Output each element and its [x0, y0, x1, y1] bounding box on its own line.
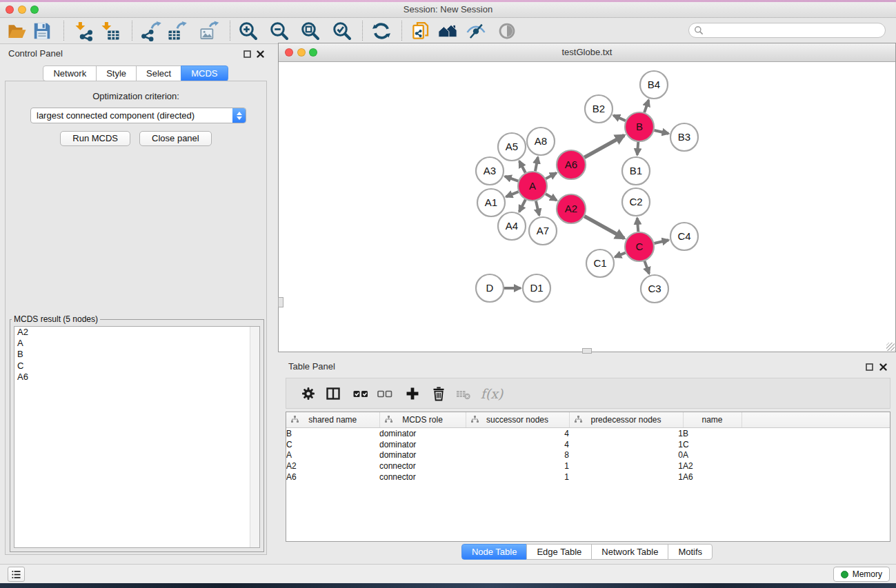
- tab-network[interactable]: Network: [43, 65, 97, 81]
- tab-style[interactable]: Style: [96, 65, 137, 81]
- graph-edge-B-B2[interactable]: [613, 115, 625, 121]
- result-item[interactable]: A2: [14, 327, 259, 338]
- cell-shared-name[interactable]: A6: [286, 472, 379, 483]
- split-table-button[interactable]: [323, 383, 344, 404]
- save-session-button[interactable]: [30, 19, 54, 42]
- table-tab-network-table[interactable]: Network Table: [591, 544, 668, 560]
- graph-edge-A-A7[interactable]: [536, 201, 539, 215]
- graph-edge-A-A4[interactable]: [519, 200, 526, 212]
- tab-mcds[interactable]: MCDS: [181, 65, 228, 81]
- cell-name[interactable]: A: [683, 449, 741, 460]
- search-field[interactable]: [688, 23, 886, 38]
- graph-edge-A-A6[interactable]: [546, 173, 556, 179]
- graph-edge-A2-C[interactable]: [584, 216, 624, 239]
- cell-name[interactable]: B: [683, 428, 741, 439]
- search-input[interactable]: [706, 25, 885, 36]
- table-row[interactable]: A6connector11A6: [286, 472, 890, 483]
- cell-shared-name[interactable]: A2: [286, 460, 379, 472]
- clone-network-button[interactable]: [409, 19, 432, 42]
- graph-edge-A-A1[interactable]: [506, 192, 519, 196]
- import-table-button[interactable]: [99, 19, 122, 42]
- column-header-successor-nodes[interactable]: successor nodes: [466, 412, 569, 428]
- window-resize-grip[interactable]: [886, 343, 895, 351]
- graph-edge-C-C2[interactable]: [637, 218, 639, 232]
- cell-name[interactable]: A2: [683, 460, 741, 472]
- cell-predecessor-nodes[interactable]: 1: [569, 472, 683, 483]
- result-list-scrollbar[interactable]: [250, 327, 259, 547]
- result-item[interactable]: B: [14, 349, 259, 360]
- export-network-button[interactable]: [140, 19, 163, 42]
- criterion-dropdown[interactable]: largest connected component (directed): [30, 108, 246, 123]
- column-header-shared-name[interactable]: shared name: [286, 412, 379, 428]
- column-header-name[interactable]: name: [683, 412, 741, 428]
- cell-name[interactable]: C: [683, 439, 741, 450]
- hide-annotations-button[interactable]: [464, 19, 488, 42]
- cell-name[interactable]: A6: [683, 472, 741, 483]
- column-header-predecessor-nodes[interactable]: predecessor nodes: [569, 412, 683, 428]
- delete-table-button[interactable]: [453, 383, 474, 404]
- table-row[interactable]: A2connector11A2: [286, 460, 890, 472]
- mcds-result-list[interactable]: A2ABCA6: [14, 326, 260, 548]
- splitter-grip-left[interactable]: [278, 297, 283, 307]
- result-item[interactable]: C: [14, 361, 259, 372]
- zoom-in-button[interactable]: [237, 19, 260, 42]
- cell-successor-nodes[interactable]: 1: [466, 460, 569, 472]
- float-table-panel-icon[interactable]: [865, 363, 874, 372]
- cell-predecessor-nodes[interactable]: 1: [569, 428, 683, 439]
- run-mcds-button[interactable]: Run MCDS: [60, 131, 130, 146]
- cell-mcds-role[interactable]: dominator: [379, 428, 466, 439]
- cell-predecessor-nodes[interactable]: 0: [569, 449, 683, 460]
- cell-successor-nodes[interactable]: 4: [466, 439, 569, 450]
- close-panel-icon[interactable]: [256, 50, 265, 59]
- graph-edge-A-A3[interactable]: [505, 176, 518, 181]
- graph-edge-A-A2[interactable]: [546, 194, 557, 200]
- cell-shared-name[interactable]: C: [286, 439, 379, 450]
- table-tab-edge-table[interactable]: Edge Table: [526, 544, 592, 560]
- column-header-mcds-role[interactable]: MCDS role: [379, 412, 466, 428]
- toggle-bird-view-button[interactable]: [495, 19, 519, 42]
- table-tab-motifs[interactable]: Motifs: [668, 544, 713, 560]
- create-column-button[interactable]: [402, 383, 423, 404]
- node-table[interactable]: shared nameMCDS rolesuccessor nodesprede…: [286, 412, 890, 482]
- export-table-button[interactable]: [166, 19, 189, 42]
- graph-edge-B-B3[interactable]: [654, 130, 668, 134]
- table-row[interactable]: Adominator80A: [286, 449, 890, 460]
- cell-successor-nodes[interactable]: 1: [466, 472, 569, 483]
- graph-edge-C-C4[interactable]: [654, 240, 668, 243]
- graph-edge-C-C3[interactable]: [644, 261, 649, 274]
- cell-mcds-role[interactable]: dominator: [379, 449, 466, 460]
- graph-edge-B-B4[interactable]: [644, 100, 648, 112]
- tab-select[interactable]: Select: [136, 65, 181, 81]
- export-image-button[interactable]: [197, 19, 221, 42]
- show-columns-button[interactable]: [350, 383, 371, 404]
- main-titlebar[interactable]: Session: New Session: [0, 2, 896, 18]
- table-tab-node-table[interactable]: Node Table: [461, 544, 528, 560]
- network-window-titlebar[interactable]: testGlobe.txt: [279, 43, 895, 62]
- table-row[interactable]: Bdominator41B: [286, 428, 890, 439]
- zoom-selected-button[interactable]: [330, 19, 354, 42]
- delete-column-button[interactable]: [428, 383, 449, 404]
- cell-successor-nodes[interactable]: 4: [466, 428, 569, 439]
- table-settings-button[interactable]: [298, 383, 319, 404]
- graph-edge-C-C1[interactable]: [615, 253, 626, 257]
- graph-edge-A-A8[interactable]: [535, 157, 538, 171]
- refresh-button[interactable]: [370, 19, 393, 42]
- cell-mcds-role[interactable]: connector: [379, 472, 466, 483]
- cell-shared-name[interactable]: A: [286, 449, 379, 460]
- graph-edge-A-A5[interactable]: [519, 161, 526, 173]
- open-file-button[interactable]: [6, 19, 29, 42]
- cell-mcds-role[interactable]: dominator: [379, 439, 466, 450]
- cell-successor-nodes[interactable]: 8: [466, 449, 569, 460]
- import-network-button[interactable]: [72, 19, 96, 42]
- close-table-panel-icon[interactable]: [879, 363, 888, 372]
- cell-mcds-role[interactable]: connector: [379, 460, 466, 472]
- table-row[interactable]: Cdominator41C: [286, 439, 890, 450]
- zoom-fit-button[interactable]: [299, 19, 322, 42]
- close-panel-button[interactable]: Close panel: [139, 131, 212, 146]
- network-canvas[interactable]: B4B2BB3A5A8A6A3B1AA1C2A2A4A7CC4C1C3DD1: [279, 62, 895, 352]
- show-all-networks-button[interactable]: [436, 19, 459, 42]
- graph-edge-B-B1[interactable]: [637, 142, 638, 155]
- graph-edge-A6-B[interactable]: [584, 135, 624, 157]
- hide-columns-button[interactable]: [375, 383, 395, 404]
- function-builder-button[interactable]: f(x): [478, 383, 506, 404]
